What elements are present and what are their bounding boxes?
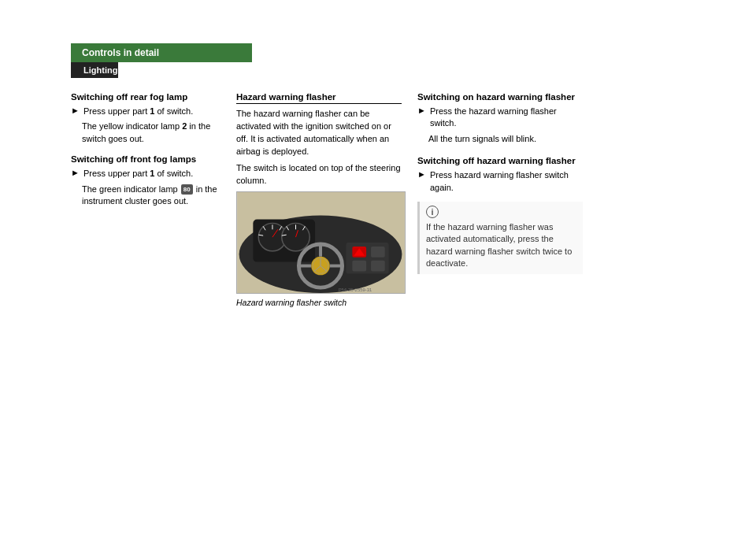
mid-column: Hazard warning flasher The hazard warnin… (236, 92, 417, 307)
hazard-body2: The switch is located on top of the stee… (236, 162, 402, 187)
front-fog-section: Switching off front fog lamps ► Press up… (71, 154, 220, 207)
hazard-on-title: Switching on hazard warning flasher (417, 92, 583, 102)
bullet-arrow3-icon: ► (417, 106, 426, 115)
left-column: Switching off rear fog lamp ► Press uppe… (71, 92, 236, 307)
bullet-arrow-icon: ► (71, 106, 80, 115)
front-fog-title: Switching off front fog lamps (71, 154, 220, 164)
hazard-on-section: Switching on hazard warning flasher ► Pr… (417, 92, 583, 145)
hazard-off-step1: ► Press hazard warning flasher switch ag… (417, 169, 583, 194)
info-box-text: If the hazard warning flasher was activa… (426, 221, 576, 270)
right-column: Switching on hazard warning flasher ► Pr… (417, 92, 583, 307)
bullet-arrow2-icon: ► (71, 168, 80, 177)
hazard-on-step1-text: Press the hazard warning flasher switch. (430, 106, 583, 130)
main-content: Switching off rear fog lamp ► Press uppe… (71, 92, 685, 307)
svg-text:P54-25-2559-31: P54-25-2559-31 (339, 287, 372, 292)
image-caption: Hazard warning flasher switch (236, 298, 402, 307)
hazard-on-step1: ► Press the hazard warning flasher switc… (417, 106, 583, 130)
dashboard-svg: P54-25-2559-31 (237, 192, 405, 293)
rear-fog-note: The yellow indicator lamp 2 in the switc… (82, 121, 220, 145)
rear-fog-step1-text: Press upper part 1 of switch. (83, 106, 193, 117)
indicator-badge: 80 (181, 184, 193, 195)
page-container: Controls in detail Lighting Switching of… (0, 43, 756, 534)
svg-rect-29 (371, 260, 385, 271)
hazard-body1: The hazard warning flasher can be activa… (236, 108, 402, 158)
hazard-title: Hazard warning flasher (236, 92, 402, 104)
info-icon: i (426, 206, 439, 218)
rear-fog-title: Switching off rear fog lamp (71, 92, 220, 102)
hazard-on-note: All the turn signals will blink. (428, 133, 583, 145)
front-fog-step1-text: Press upper part 1 of switch. (83, 168, 193, 180)
subsection-header: Lighting (71, 62, 118, 78)
hazard-off-section: Switching off hazard warning flasher ► P… (417, 156, 583, 194)
dashboard-image: P54-25-2559-31 (236, 191, 406, 294)
svg-rect-27 (371, 247, 385, 258)
bullet-arrow4-icon: ► (417, 169, 426, 179)
svg-rect-28 (352, 260, 366, 271)
front-fog-note: The green indicator lamp 80 in the instr… (82, 184, 220, 208)
info-box: i If the hazard warning flasher was acti… (417, 202, 583, 274)
front-fog-step1: ► Press upper part 1 of switch. (71, 168, 220, 180)
section-header: Controls in detail (71, 43, 252, 62)
section-title-text: Controls in detail (82, 47, 159, 58)
rear-fog-step1: ► Press upper part 1 of switch. (71, 106, 220, 117)
hazard-off-title: Switching off hazard warning flasher (417, 156, 583, 165)
subsection-title-text: Lighting (83, 65, 117, 75)
rear-fog-section: Switching off rear fog lamp ► Press uppe… (71, 92, 220, 145)
hazard-off-step1-text: Press hazard warning flasher switch agai… (430, 169, 583, 194)
